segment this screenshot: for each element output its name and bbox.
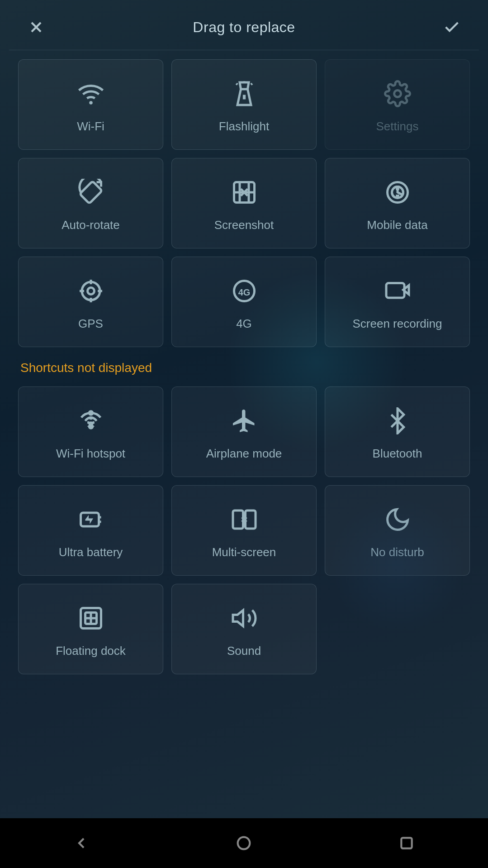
screen-recording-icon: [381, 275, 414, 307]
tile-no-disturb-label: No disturb: [370, 545, 424, 560]
4g-icon: 4G: [228, 275, 261, 307]
tile-auto-rotate-label: Auto-rotate: [62, 218, 120, 233]
no-disturb-icon: [381, 503, 414, 536]
tile-wifi-hotspot-label: Wi-Fi hotspot: [56, 446, 125, 462]
tile-bluetooth[interactable]: Bluetooth: [325, 386, 470, 477]
sound-icon: [228, 602, 261, 634]
svg-point-41: [238, 837, 250, 849]
svg-rect-34: [233, 510, 243, 529]
tile-wifi-hotspot[interactable]: Wi-Fi hotspot: [18, 386, 163, 477]
tile-gps[interactable]: GPS: [18, 257, 163, 347]
svg-rect-27: [386, 283, 404, 298]
tile-flashlight[interactable]: Flashlight: [171, 59, 317, 150]
active-grid: Wi-Fi Flashlight Settings: [18, 59, 470, 347]
tile-gps-label: GPS: [78, 316, 103, 332]
wifi-icon: [75, 77, 107, 110]
svg-text:4G: 4G: [238, 287, 250, 297]
back-button[interactable]: [63, 825, 99, 861]
tile-ultra-battery[interactable]: Ultra battery: [18, 485, 163, 576]
svg-line-5: [251, 84, 252, 85]
multi-screen-icon: [228, 503, 261, 536]
shortcuts-section-label: Shortcuts not displayed: [18, 361, 470, 375]
bottom-navigation: [0, 818, 488, 868]
wifi-hotspot-icon: [75, 405, 107, 437]
airplane-mode-icon: [228, 405, 261, 437]
tile-screenshot-label: Screenshot: [214, 218, 274, 233]
svg-rect-8: [80, 181, 102, 203]
header: Drag to replace: [0, 0, 488, 50]
recent-button[interactable]: [389, 825, 425, 861]
close-button[interactable]: [23, 14, 50, 41]
svg-point-30: [89, 425, 93, 429]
svg-rect-42: [401, 838, 412, 848]
svg-rect-35: [245, 510, 256, 529]
tile-airplane-mode[interactable]: Airplane mode: [171, 386, 317, 477]
tile-screen-recording[interactable]: Screen recording: [325, 257, 470, 347]
settings-icon: [381, 77, 414, 110]
tile-empty: [325, 584, 470, 674]
tile-screenshot[interactable]: Screenshot: [171, 158, 317, 248]
tile-floating-dock[interactable]: Floating dock: [18, 584, 163, 674]
mobile-data-icon: [381, 176, 414, 209]
svg-marker-40: [233, 610, 243, 626]
tile-screen-recording-label: Screen recording: [353, 316, 442, 332]
svg-line-4: [236, 84, 237, 85]
tile-settings-label: Settings: [376, 119, 419, 134]
flashlight-icon: [228, 77, 261, 110]
tile-multi-screen[interactable]: Multi-screen: [171, 485, 317, 576]
tile-multi-screen-label: Multi-screen: [212, 545, 276, 560]
tile-flashlight-label: Flashlight: [219, 119, 269, 134]
tile-floating-dock-label: Floating dock: [56, 644, 126, 659]
auto-rotate-icon: [75, 176, 107, 209]
tile-4g-label: 4G: [236, 316, 252, 332]
screenshot-icon: [228, 176, 261, 209]
tile-airplane-mode-label: Airplane mode: [206, 446, 282, 462]
tile-auto-rotate[interactable]: Auto-rotate: [18, 158, 163, 248]
tile-settings[interactable]: Settings: [325, 59, 470, 150]
svg-point-20: [87, 288, 94, 295]
shortcuts-grid: Wi-Fi hotspot Airplane mode Bluetooth: [18, 386, 470, 674]
tile-4g[interactable]: 4G 4G: [171, 257, 317, 347]
gps-icon: [75, 275, 107, 307]
tile-mobile-data[interactable]: Mobile data: [325, 158, 470, 248]
floating-dock-icon: [75, 602, 107, 634]
tile-mobile-data-label: Mobile data: [367, 218, 427, 233]
shortcuts-section: Shortcuts not displayed Wi-Fi hotspot: [0, 347, 488, 679]
active-section: Wi-Fi Flashlight Settings: [0, 50, 488, 347]
tile-bluetooth-label: Bluetooth: [373, 446, 422, 462]
confirm-button[interactable]: [438, 14, 465, 41]
svg-point-19: [82, 282, 100, 300]
header-title: Drag to replace: [193, 19, 295, 36]
svg-point-7: [394, 91, 401, 97]
tile-wifi[interactable]: Wi-Fi: [18, 59, 163, 150]
tile-wifi-label: Wi-Fi: [77, 119, 104, 134]
tile-sound[interactable]: Sound: [171, 584, 317, 674]
tile-sound-label: Sound: [227, 644, 261, 659]
bluetooth-icon: [381, 405, 414, 437]
svg-point-29: [89, 411, 93, 415]
ultra-battery-icon: [75, 503, 107, 536]
tile-ultra-battery-label: Ultra battery: [59, 545, 123, 560]
home-button[interactable]: [226, 825, 262, 861]
tile-no-disturb[interactable]: No disturb: [325, 485, 470, 576]
